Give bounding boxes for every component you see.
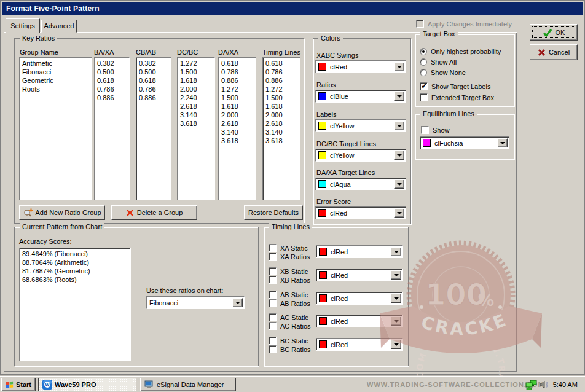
list-item[interactable]: 0.382 (139, 59, 170, 68)
ac-color-combo[interactable]: clRed (316, 315, 403, 327)
start-button[interactable]: Start (1, 378, 36, 391)
list-item[interactable]: 0.618 (97, 76, 128, 85)
list-item[interactable]: 2.618 (265, 119, 299, 128)
ab-static-checkbox[interactable] (269, 291, 277, 299)
labels-combo[interactable]: clYellow (315, 119, 406, 132)
dropdown-button[interactable] (394, 179, 404, 189)
list-item[interactable]: 3.140 (265, 128, 299, 136)
ba-xa-listbox[interactable]: 0.3820.5000.6180.7860.886 (94, 57, 130, 200)
xa-color-combo[interactable]: clRed (316, 245, 403, 258)
add-new-ratio-group-button[interactable]: Add New Ratio Group (19, 205, 105, 220)
task-button-esignal[interactable]: eSignal Data Manager (140, 378, 236, 391)
daxa-target-lines-combo[interactable]: clAqua (315, 178, 406, 190)
apply-changes-checkbox[interactable] (416, 20, 424, 28)
radio-show-none[interactable] (420, 69, 427, 76)
ac-ratios-checkbox[interactable] (269, 322, 277, 330)
task-button-wave59[interactable]: w Wave59 PRO (38, 378, 136, 391)
show-target-labels-checkbox[interactable] (420, 82, 428, 90)
list-item[interactable]: 1.500 (180, 68, 214, 76)
network-tray-icon[interactable] (525, 380, 537, 390)
dcbc-target-lines-combo[interactable]: clYellow (315, 149, 406, 162)
delete-a-group-button[interactable]: Delete a Group (111, 205, 197, 220)
tab-settings[interactable]: Settings (6, 18, 40, 33)
list-item[interactable]: 1.618 (265, 102, 299, 111)
list-item[interactable]: 3.618 (180, 119, 214, 128)
use-ratios-combo[interactable]: Fibonacci (146, 296, 245, 309)
list-item[interactable]: 0.886 (221, 76, 255, 85)
list-item[interactable]: 2.000 (221, 111, 255, 119)
list-item[interactable]: 0.618 (265, 59, 299, 68)
list-item[interactable]: 3.618 (221, 136, 255, 145)
dropdown-button[interactable] (394, 151, 404, 160)
xabc-swings-combo[interactable]: clRed (315, 60, 406, 73)
xb-ratios-checkbox[interactable] (269, 276, 277, 284)
list-item[interactable]: Fibonacci (22, 68, 91, 76)
list-item[interactable]: 3.618 (265, 136, 299, 145)
list-item[interactable]: 81.7887% (Geometric) (22, 267, 130, 275)
list-item[interactable]: Roots (22, 85, 91, 93)
list-item[interactable]: 1.500 (221, 93, 255, 102)
list-item[interactable]: Arithmetic (22, 59, 91, 68)
da-xa-listbox[interactable]: 0.6180.7860.8861.2721.5001.6182.0002.618… (218, 57, 256, 200)
list-item[interactable]: 68.6863% (Roots) (22, 275, 130, 284)
list-item[interactable]: 2.240 (180, 93, 214, 102)
dropdown-button[interactable] (394, 62, 404, 71)
list-item[interactable]: 0.786 (221, 68, 255, 76)
dropdown-button[interactable] (391, 316, 401, 326)
extended-target-box-checkbox[interactable] (420, 93, 428, 101)
accuracy-scores-listbox[interactable]: 89.4649% (Fibonacci)88.7064% (Arithmetic… (19, 248, 131, 361)
restore-defaults-button[interactable]: Restore Defaults (244, 205, 303, 220)
dc-bc-listbox[interactable]: 1.2721.5001.6182.0002.2402.6183.1403.618 (177, 57, 215, 200)
list-item[interactable]: 3.140 (221, 128, 255, 136)
list-item[interactable]: 0.382 (97, 59, 128, 68)
list-item[interactable]: 1.618 (180, 76, 214, 85)
list-item[interactable]: 1.618 (221, 102, 255, 111)
dropdown-button[interactable] (391, 247, 401, 256)
list-item[interactable]: 1.500 (265, 93, 299, 102)
dropdown-button[interactable] (394, 208, 404, 218)
radio-only-highest-probability[interactable] (420, 48, 427, 55)
ok-button[interactable]: OK (530, 24, 578, 41)
list-item[interactable]: 88.7064% (Arithmetic) (22, 258, 130, 267)
xb-color-combo[interactable]: clRed (316, 269, 403, 281)
cancel-button[interactable]: Cancel (530, 44, 578, 60)
list-item[interactable]: 89.4649% (Fibonacci) (22, 249, 130, 258)
ab-ratios-checkbox[interactable] (269, 299, 277, 307)
list-item[interactable]: Geometric (22, 76, 91, 85)
timing-lines-listbox[interactable]: 0.6180.7860.8861.2721.5001.6182.0002.618… (262, 57, 300, 200)
radio-show-all[interactable] (420, 58, 427, 66)
list-item[interactable]: 3.140 (180, 111, 214, 119)
list-item[interactable]: 2.618 (180, 102, 214, 111)
list-item[interactable]: 0.786 (97, 85, 128, 93)
cb-ab-listbox[interactable]: 0.3820.5000.6180.7860.886 (136, 57, 171, 200)
ac-static-checkbox[interactable] (269, 313, 277, 321)
xa-static-checkbox[interactable] (269, 244, 277, 252)
dropdown-button[interactable] (391, 340, 401, 349)
list-item[interactable]: 2.000 (180, 85, 214, 93)
list-item[interactable]: 1.272 (180, 59, 214, 68)
xb-static-checkbox[interactable] (269, 267, 277, 275)
list-item[interactable]: 0.886 (97, 93, 128, 102)
list-item[interactable]: 0.886 (265, 76, 299, 85)
ratios-combo[interactable]: clBlue (315, 90, 406, 103)
dropdown-button[interactable] (394, 121, 404, 130)
equilibrium-show-checkbox[interactable] (421, 126, 429, 134)
list-item[interactable]: 1.272 (265, 85, 299, 93)
list-item[interactable]: 0.618 (139, 76, 170, 85)
dropdown-button[interactable] (391, 294, 401, 303)
list-item[interactable]: 2.618 (221, 119, 255, 128)
dropdown-button[interactable] (497, 138, 508, 147)
list-item[interactable]: 1.272 (221, 85, 255, 93)
dropdown-button[interactable] (394, 92, 404, 101)
xa-ratios-checkbox[interactable] (269, 253, 277, 261)
list-item[interactable]: 0.786 (265, 68, 299, 76)
ab-color-combo[interactable]: clRed (316, 292, 403, 305)
list-item[interactable]: 0.500 (97, 68, 128, 76)
list-item[interactable]: 0.500 (139, 68, 170, 76)
speaker-tray-icon[interactable] (540, 380, 549, 389)
group-name-listbox[interactable]: ArithmeticFibonacciGeometricRoots (19, 57, 92, 200)
error-score-combo[interactable]: clRed (315, 206, 406, 219)
list-item[interactable]: 0.618 (221, 59, 255, 68)
bc-color-combo[interactable]: clRed (316, 338, 403, 351)
dropdown-button[interactable] (391, 270, 401, 280)
